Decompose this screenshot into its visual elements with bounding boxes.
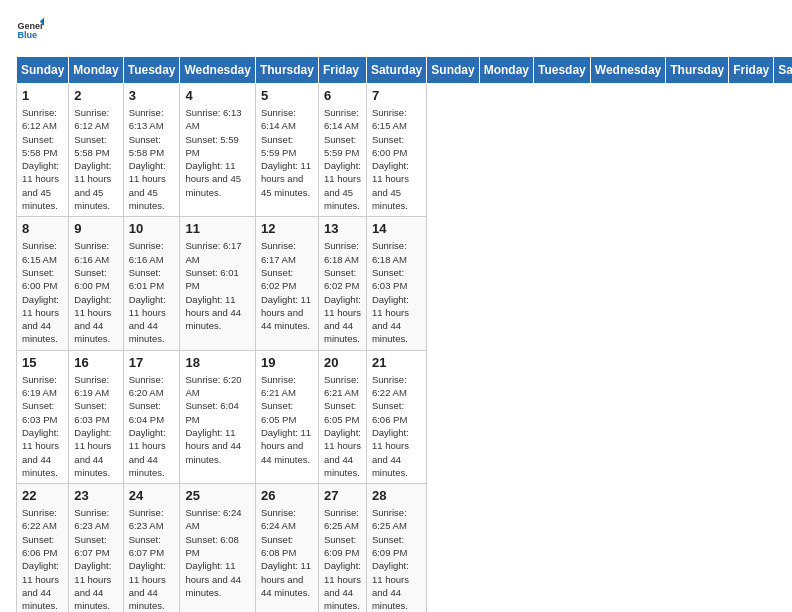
day-number: 26 (261, 488, 313, 503)
day-cell: 17 Sunrise: 6:20 AM Sunset: 6:04 PM Dayl… (123, 350, 180, 483)
day-info: Sunrise: 6:12 AM Sunset: 5:58 PM Dayligh… (74, 106, 117, 212)
week-row-4: 22 Sunrise: 6:22 AM Sunset: 6:06 PM Dayl… (17, 484, 793, 612)
day-info: Sunrise: 6:19 AM Sunset: 6:03 PM Dayligh… (22, 373, 63, 479)
day-cell: 12 Sunrise: 6:17 AM Sunset: 6:02 PM Dayl… (255, 217, 318, 350)
day-cell: 21 Sunrise: 6:22 AM Sunset: 6:06 PM Dayl… (366, 350, 426, 483)
day-number: 22 (22, 488, 63, 503)
col-header-friday: Friday (729, 57, 774, 84)
day-number: 4 (185, 88, 249, 103)
day-info: Sunrise: 6:20 AM Sunset: 6:04 PM Dayligh… (129, 373, 175, 479)
day-number: 3 (129, 88, 175, 103)
header-wednesday: Wednesday (180, 57, 255, 84)
day-cell: 13 Sunrise: 6:18 AM Sunset: 6:02 PM Dayl… (318, 217, 366, 350)
day-cell: 24 Sunrise: 6:23 AM Sunset: 6:07 PM Dayl… (123, 484, 180, 612)
day-number: 13 (324, 221, 361, 236)
day-cell: 10 Sunrise: 6:16 AM Sunset: 6:01 PM Dayl… (123, 217, 180, 350)
day-info: Sunrise: 6:17 AM Sunset: 6:01 PM Dayligh… (185, 239, 249, 332)
day-info: Sunrise: 6:22 AM Sunset: 6:06 PM Dayligh… (372, 373, 421, 479)
header-row: SundayMondayTuesdayWednesdayThursdayFrid… (17, 57, 793, 84)
header-tuesday: Tuesday (123, 57, 180, 84)
day-number: 9 (74, 221, 117, 236)
day-number: 12 (261, 221, 313, 236)
col-header-wednesday: Wednesday (590, 57, 665, 84)
day-cell: 3 Sunrise: 6:13 AM Sunset: 5:58 PM Dayli… (123, 84, 180, 217)
calendar-table: SundayMondayTuesdayWednesdayThursdayFrid… (16, 56, 792, 612)
day-number: 17 (129, 355, 175, 370)
day-cell: 28 Sunrise: 6:25 AM Sunset: 6:09 PM Dayl… (366, 484, 426, 612)
day-info: Sunrise: 6:18 AM Sunset: 6:03 PM Dayligh… (372, 239, 421, 345)
day-info: Sunrise: 6:24 AM Sunset: 6:08 PM Dayligh… (185, 506, 249, 599)
day-number: 1 (22, 88, 63, 103)
day-number: 18 (185, 355, 249, 370)
header-friday: Friday (318, 57, 366, 84)
day-number: 25 (185, 488, 249, 503)
header-sunday: Sunday (17, 57, 69, 84)
logo-icon: General Blue (16, 16, 44, 44)
day-number: 14 (372, 221, 421, 236)
day-info: Sunrise: 6:18 AM Sunset: 6:02 PM Dayligh… (324, 239, 361, 345)
day-info: Sunrise: 6:15 AM Sunset: 6:00 PM Dayligh… (22, 239, 63, 345)
day-number: 5 (261, 88, 313, 103)
col-header-monday: Monday (479, 57, 533, 84)
day-info: Sunrise: 6:25 AM Sunset: 6:09 PM Dayligh… (324, 506, 361, 612)
week-row-2: 8 Sunrise: 6:15 AM Sunset: 6:00 PM Dayli… (17, 217, 793, 350)
day-info: Sunrise: 6:16 AM Sunset: 6:01 PM Dayligh… (129, 239, 175, 345)
day-cell: 14 Sunrise: 6:18 AM Sunset: 6:03 PM Dayl… (366, 217, 426, 350)
day-cell: 11 Sunrise: 6:17 AM Sunset: 6:01 PM Dayl… (180, 217, 255, 350)
day-cell: 9 Sunrise: 6:16 AM Sunset: 6:00 PM Dayli… (69, 217, 123, 350)
day-cell: 20 Sunrise: 6:21 AM Sunset: 6:05 PM Dayl… (318, 350, 366, 483)
day-number: 11 (185, 221, 249, 236)
day-info: Sunrise: 6:19 AM Sunset: 6:03 PM Dayligh… (74, 373, 117, 479)
day-cell: 5 Sunrise: 6:14 AM Sunset: 5:59 PM Dayli… (255, 84, 318, 217)
header-thursday: Thursday (255, 57, 318, 84)
day-info: Sunrise: 6:14 AM Sunset: 5:59 PM Dayligh… (324, 106, 361, 212)
day-info: Sunrise: 6:15 AM Sunset: 6:00 PM Dayligh… (372, 106, 421, 212)
day-cell: 26 Sunrise: 6:24 AM Sunset: 6:08 PM Dayl… (255, 484, 318, 612)
header-monday: Monday (69, 57, 123, 84)
logo: General Blue (16, 16, 44, 44)
day-number: 27 (324, 488, 361, 503)
day-info: Sunrise: 6:16 AM Sunset: 6:00 PM Dayligh… (74, 239, 117, 345)
day-cell: 16 Sunrise: 6:19 AM Sunset: 6:03 PM Dayl… (69, 350, 123, 483)
day-cell: 22 Sunrise: 6:22 AM Sunset: 6:06 PM Dayl… (17, 484, 69, 612)
day-info: Sunrise: 6:12 AM Sunset: 5:58 PM Dayligh… (22, 106, 63, 212)
day-info: Sunrise: 6:21 AM Sunset: 6:05 PM Dayligh… (261, 373, 313, 466)
header-saturday: Saturday (366, 57, 426, 84)
day-info: Sunrise: 6:22 AM Sunset: 6:06 PM Dayligh… (22, 506, 63, 612)
day-cell: 2 Sunrise: 6:12 AM Sunset: 5:58 PM Dayli… (69, 84, 123, 217)
svg-text:General: General (17, 21, 44, 31)
day-number: 28 (372, 488, 421, 503)
day-info: Sunrise: 6:23 AM Sunset: 6:07 PM Dayligh… (129, 506, 175, 612)
day-info: Sunrise: 6:20 AM Sunset: 6:04 PM Dayligh… (185, 373, 249, 466)
day-info: Sunrise: 6:13 AM Sunset: 5:58 PM Dayligh… (129, 106, 175, 212)
day-number: 21 (372, 355, 421, 370)
day-number: 19 (261, 355, 313, 370)
day-number: 20 (324, 355, 361, 370)
day-info: Sunrise: 6:23 AM Sunset: 6:07 PM Dayligh… (74, 506, 117, 612)
col-header-thursday: Thursday (666, 57, 729, 84)
svg-text:Blue: Blue (17, 30, 37, 40)
page-header: General Blue (16, 16, 776, 44)
day-info: Sunrise: 6:14 AM Sunset: 5:59 PM Dayligh… (261, 106, 313, 199)
day-info: Sunrise: 6:21 AM Sunset: 6:05 PM Dayligh… (324, 373, 361, 479)
day-cell: 19 Sunrise: 6:21 AM Sunset: 6:05 PM Dayl… (255, 350, 318, 483)
day-number: 10 (129, 221, 175, 236)
day-number: 8 (22, 221, 63, 236)
day-cell: 7 Sunrise: 6:15 AM Sunset: 6:00 PM Dayli… (366, 84, 426, 217)
day-cell: 1 Sunrise: 6:12 AM Sunset: 5:58 PM Dayli… (17, 84, 69, 217)
day-number: 16 (74, 355, 117, 370)
day-cell: 27 Sunrise: 6:25 AM Sunset: 6:09 PM Dayl… (318, 484, 366, 612)
day-number: 6 (324, 88, 361, 103)
day-cell: 18 Sunrise: 6:20 AM Sunset: 6:04 PM Dayl… (180, 350, 255, 483)
day-number: 2 (74, 88, 117, 103)
day-cell: 23 Sunrise: 6:23 AM Sunset: 6:07 PM Dayl… (69, 484, 123, 612)
day-cell: 25 Sunrise: 6:24 AM Sunset: 6:08 PM Dayl… (180, 484, 255, 612)
day-number: 24 (129, 488, 175, 503)
col-header-tuesday: Tuesday (533, 57, 590, 84)
col-header-sunday: Sunday (427, 57, 479, 84)
day-cell: 15 Sunrise: 6:19 AM Sunset: 6:03 PM Dayl… (17, 350, 69, 483)
day-cell: 6 Sunrise: 6:14 AM Sunset: 5:59 PM Dayli… (318, 84, 366, 217)
day-cell: 8 Sunrise: 6:15 AM Sunset: 6:00 PM Dayli… (17, 217, 69, 350)
day-info: Sunrise: 6:24 AM Sunset: 6:08 PM Dayligh… (261, 506, 313, 599)
col-header-saturday: Saturday (774, 57, 792, 84)
